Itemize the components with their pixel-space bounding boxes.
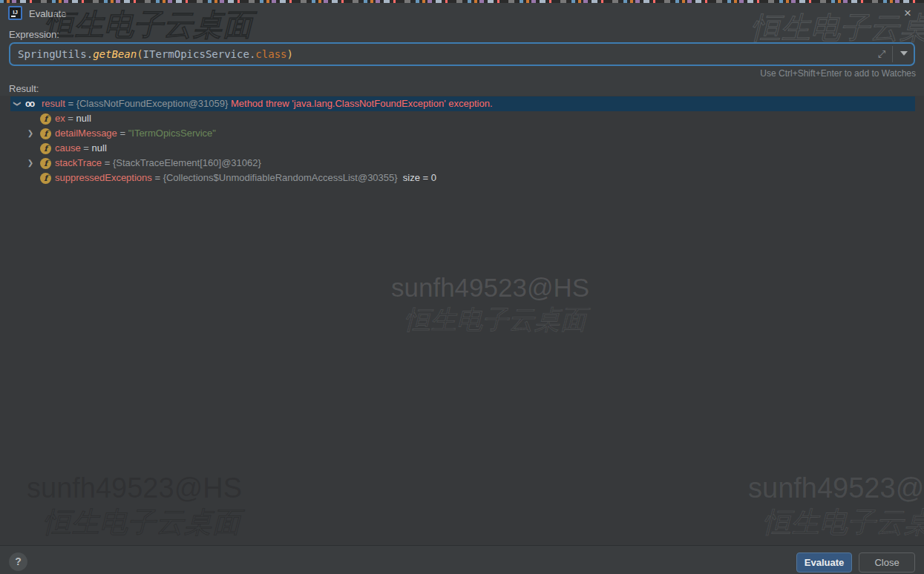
node-icon-glyph: f [40, 158, 51, 169]
bottom-divider [0, 545, 924, 546]
add-to-watches-hint: Use Ctrl+Shift+Enter to add to Watches [760, 68, 916, 79]
tree-row-ex[interactable]: fex = null [0, 111, 924, 126]
expression-input[interactable]: SpringUtils.getBean(ITermOpicsService.cl… [9, 42, 915, 66]
field-icon: f [40, 158, 51, 169]
expression-code[interactable]: SpringUtils.getBean(ITermOpicsService.cl… [18, 44, 293, 65]
evaluate-button[interactable]: Evaluate [796, 552, 852, 573]
value-part-error: Method threw 'java.lang.ClassNotFoundExc… [231, 98, 493, 109]
watermark-desktop-left: 恒生电子云桌面 [43, 504, 240, 541]
field-icon: f [40, 143, 51, 154]
node-text: suppressedExceptions = {Collections$Unmo… [55, 171, 436, 185]
value-part-op: = [65, 113, 76, 124]
code-token: class [255, 48, 286, 60]
dialog-titlebar[interactable]: IJ Evaluate × [0, 3, 924, 24]
field-icon: f [40, 128, 51, 139]
variable-name: cause [55, 142, 81, 154]
watermark-desktop-right: 恒生电子云桌面 [763, 504, 924, 541]
help-button[interactable]: ? [9, 552, 27, 571]
code-token: getBean [93, 48, 137, 60]
code-token: SpringUtils [18, 48, 87, 60]
chevron-right-icon[interactable]: ❯ [25, 156, 36, 171]
node-text: cause = null [55, 141, 107, 156]
node-icon-glyph: f [40, 113, 51, 125]
code-token: ( [137, 48, 142, 60]
chevron-down-icon[interactable] [900, 51, 908, 56]
code-token: ITermOpicsService [143, 48, 249, 60]
node-text: result = {ClassNotFoundException@31059} … [42, 96, 493, 111]
intellij-logo-icon: IJ [8, 6, 22, 20]
node-icon-glyph: f [40, 143, 51, 154]
value-part-op: = [117, 128, 128, 139]
tree-row-stackTrace[interactable]: ❯fstackTrace = {StackTraceElement[160]@3… [0, 156, 924, 171]
value-part-op: = [102, 157, 113, 168]
close-button[interactable]: Close [859, 552, 915, 573]
evaluate-dialog: IJ Evaluate × 恒生电子云桌面 恒生电子云桌面 Expression… [0, 0, 924, 574]
value-part-value: size = 0 [398, 172, 436, 183]
watermark-user-left: sunfh49523@HS [27, 472, 242, 504]
code-token: ) [287, 48, 293, 60]
value-part-ref: {Collections$UnmodifiableRandomAccessLis… [163, 172, 398, 183]
close-icon[interactable]: × [901, 7, 914, 20]
dialog-title: Evaluate [29, 8, 67, 19]
value-part-ref: {ClassNotFoundException@31059} [76, 98, 231, 109]
tree-row-result[interactable]: ❯ooresult = {ClassNotFoundException@3105… [0, 96, 924, 111]
expression-label: Expression: [9, 29, 59, 40]
field-icon: f [40, 113, 51, 125]
result-label: Result: [9, 83, 39, 94]
value-part-value: null [92, 142, 107, 154]
watermark-user-center: sunfh49523@HS [391, 273, 589, 303]
node-text: stackTrace = {StackTraceElement[160]@310… [55, 156, 261, 171]
value-part-string: "ITermOpicsService" [128, 128, 216, 139]
value-part-ref: {StackTraceElement[160]@31062} [113, 157, 261, 168]
variable-name: detailMessage [55, 128, 117, 139]
chevron-right-icon[interactable]: ❯ [25, 126, 36, 141]
variable-name: ex [55, 113, 65, 124]
node-text: detailMessage = "ITermOpicsService" [55, 126, 216, 141]
field-icon: f [40, 173, 51, 184]
variable-name: result [42, 98, 65, 109]
value-part-op: = [152, 172, 163, 183]
expand-editor-icon[interactable]: ⤢ [875, 47, 888, 61]
tree-row-cause[interactable]: fcause = null [0, 141, 924, 156]
node-icon-glyph: f [40, 173, 51, 184]
variable-name: suppressedExceptions [55, 172, 152, 183]
value-part-value: null [76, 113, 91, 124]
tree-row-detailMessage[interactable]: ❯fdetailMessage = "ITermOpicsService" [0, 126, 924, 141]
value-part-op: = [81, 142, 92, 154]
watermark-desktop-center: 恒生电子云桌面 [404, 303, 586, 337]
code-token: . [87, 48, 93, 60]
result-tree-panel[interactable]: sunfh49523@HS 恒生电子云桌面 sunfh49523@HS 恒生电子… [0, 96, 924, 545]
node-text: ex = null [55, 111, 91, 126]
result-watch-icon: oo [25, 99, 36, 110]
chevron-down-icon[interactable]: ❯ [10, 99, 24, 109]
node-icon-glyph: f [40, 128, 51, 139]
tree-row-suppressedExceptions[interactable]: fsuppressedExceptions = {Collections$Unm… [0, 171, 924, 185]
watermark-user-right: sunfh49523@HS [748, 472, 924, 504]
node-icon-glyph: oo [25, 99, 36, 110]
value-part-op: = [65, 98, 76, 109]
combo-divider [892, 46, 893, 62]
variable-name: stackTrace [55, 157, 102, 168]
